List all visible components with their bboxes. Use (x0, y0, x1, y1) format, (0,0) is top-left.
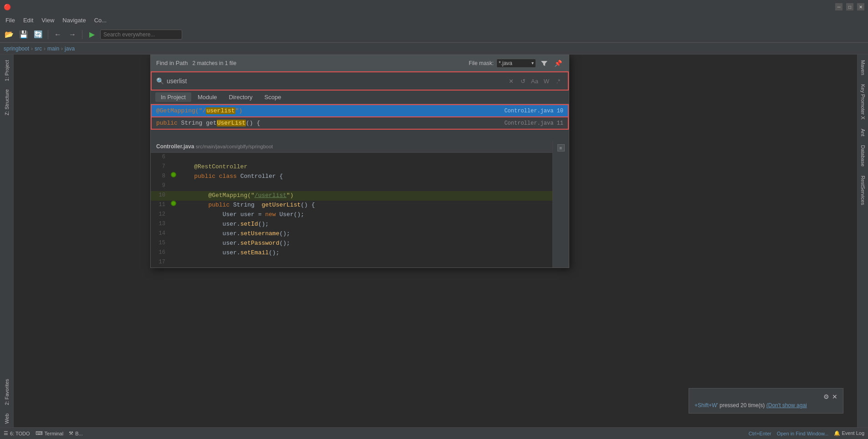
file-mask-input[interactable] (499, 60, 531, 66)
sidebar-right-rest[interactable]: RestServices (859, 172, 867, 209)
preview-pane: Controller.java src/main/java/com/gblfy/… (151, 141, 552, 267)
code-line-10: 10 @GetMapping("/userlist") (151, 191, 552, 201)
menu-edit[interactable]: Edit (20, 15, 37, 25)
breakpoint-indicator-8 (171, 172, 176, 177)
code-line-17: 17 (151, 258, 552, 267)
sidebar-right-maven[interactable]: Maven (859, 56, 867, 79)
search-everywhere-input[interactable] (100, 30, 182, 40)
sidebar-tab-web[interactable]: Web (2, 410, 11, 427)
code-line-9: 9 (151, 182, 552, 191)
find-match-info: 2 matches in 1 file (192, 60, 236, 66)
search-icon: 🔍 (156, 77, 164, 85)
menu-more[interactable]: Co... (91, 15, 110, 25)
event-log-label[interactable]: 🔔 Event Log (834, 430, 864, 436)
minimize-button[interactable]: ─ (835, 3, 842, 10)
close-button[interactable]: ✕ (857, 3, 864, 10)
result-row-2[interactable]: public String getUserList() { Controller… (151, 117, 569, 130)
sidebar-left: 1: Project Z: Structure 2: Favorites Web (0, 55, 14, 427)
fold-toggle-button[interactable]: ≡ (557, 144, 565, 151)
bottom-bar: ☰ 6: TODO ⌨ Terminal ⚒ B... Ctrl+Enter O… (0, 427, 868, 439)
notif-shortcut: +Shift+W' (694, 402, 718, 409)
preview-container: Controller.java src/main/java/com/gblfy/… (151, 141, 569, 267)
results-area: @GetMapping("/userlist") Controller.java… (151, 104, 569, 141)
bottom-build[interactable]: ⚒ B... (69, 430, 83, 436)
preview-filename: Controller.java (156, 143, 194, 150)
sidebar-tab-structure[interactable]: Z: Structure (2, 86, 11, 119)
code-line-7: 7 @RestController (151, 162, 552, 172)
tab-in-project[interactable]: In Project (155, 92, 191, 102)
filter-icon-button[interactable] (539, 58, 550, 69)
refresh-button[interactable]: ↺ (518, 76, 528, 86)
sidebar-right: Maven Key Promoter X Ant Database RestSe… (857, 55, 868, 427)
tab-directory[interactable]: Directory (224, 92, 258, 102)
code-line-14: 14 user.setUsername(); (151, 229, 552, 239)
search-input[interactable] (167, 77, 503, 85)
menu-navigate[interactable]: Navigate (59, 15, 89, 25)
window-controls: ─ □ ✕ (835, 3, 864, 10)
breadcrumb-item-java[interactable]: java (65, 45, 75, 52)
sync-button[interactable]: 🔄 (32, 28, 45, 41)
forward-button[interactable]: → (66, 28, 79, 41)
back-button[interactable]: ← (51, 28, 64, 41)
main-layout: 1: Project Z: Structure 2: Favorites Web… (0, 55, 868, 427)
sidebar-right-database[interactable]: Database (859, 141, 867, 170)
code-line-13: 13 user.setId(); (151, 220, 552, 229)
breadcrumb: springboot › src › main › java (0, 43, 868, 55)
code-line-12: 12 User user = new User(); (151, 210, 552, 220)
file-mask-label: File mask: (469, 60, 494, 66)
breadcrumb-item-src[interactable]: src (35, 45, 42, 52)
breadcrumb-item-springboot[interactable]: springboot (4, 45, 29, 52)
sidebar-tab-favorites[interactable]: 2: Favorites (2, 375, 11, 409)
file-mask-dropdown[interactable]: ▾ (531, 61, 534, 66)
pin-icon-button[interactable]: 📌 (552, 58, 563, 69)
tabs-row: In Project Module Directory Scope (151, 91, 569, 104)
find-dialog-title: Find in Path (156, 60, 188, 66)
open-folder-button[interactable]: 📂 (3, 28, 15, 41)
code-line-6: 6 (151, 153, 552, 162)
notif-pressed-text: pressed 20 time(s) (720, 402, 765, 409)
bottom-right-actions: Ctrl+Enter Open in Find Window... 🔔 Even… (749, 430, 864, 436)
sidebar-right-ant[interactable]: Ant (859, 125, 867, 140)
menu-view[interactable]: View (38, 15, 58, 25)
clear-search-button[interactable]: ✕ (506, 76, 516, 86)
notif-dont-show-link[interactable]: (Don't show agai (766, 402, 807, 409)
search-actions: ✕ ↺ Aa W .* (506, 76, 563, 86)
menu-bar: File Edit View Navigate Co... (0, 14, 868, 26)
preview-right-controls: ≡ (552, 141, 569, 267)
notif-close-button[interactable]: ✕ (832, 393, 837, 400)
title-bar: 🔴 ─ □ ✕ (0, 0, 868, 14)
toolbar-separator-2 (82, 30, 82, 39)
case-sensitive-button[interactable]: Aa (530, 76, 540, 86)
sidebar-right-key-promoter[interactable]: Key Promoter X (859, 81, 867, 123)
menu-file[interactable]: File (2, 15, 19, 25)
breakpoint-indicator-11 (171, 201, 176, 206)
sidebar-tab-project[interactable]: 1: Project (2, 56, 11, 85)
terminal-label: Terminal (45, 431, 64, 436)
notif-gear-button[interactable]: ⚙ (823, 393, 829, 400)
build-icon: ⚒ (69, 430, 73, 436)
run-button[interactable]: ▶ (86, 28, 98, 41)
tab-module[interactable]: Module (192, 92, 223, 102)
code-viewer: 6 7 @RestController 8 (151, 153, 552, 267)
maximize-button[interactable]: □ (846, 3, 853, 10)
notif-header: ⚙ ✕ (694, 393, 837, 400)
code-line-16: 16 user.setEmail(); (151, 248, 552, 258)
regex-button[interactable]: .* (553, 76, 563, 86)
find-mask-area: File mask: ▾ 📌 (469, 58, 563, 69)
open-find-window-link[interactable]: Open in Find Window... (777, 431, 829, 436)
code-line-11: 11 public String getUserList() { (151, 201, 552, 210)
find-dialog-header: Find in Path 2 matches in 1 file File ma… (151, 55, 569, 71)
bottom-todo[interactable]: ☰ 6: TODO (4, 430, 30, 436)
whole-word-button[interactable]: W (541, 76, 551, 86)
notification-popup: ⚙ ✕ +Shift+W' pressed 20 time(s) (Don't … (689, 388, 843, 414)
search-area: 🔍 ✕ ↺ Aa W .* (151, 71, 569, 91)
code-line-15: 15 user.setPassword(); (151, 239, 552, 248)
tab-scope[interactable]: Scope (259, 92, 287, 102)
result-row-1[interactable]: @GetMapping("/userlist") Controller.java… (151, 104, 569, 117)
preview-path: src/main/java/com/gblfy/springboot (196, 144, 273, 149)
ctrl-enter-shortcut[interactable]: Ctrl+Enter (749, 431, 771, 436)
save-button[interactable]: 💾 (17, 28, 30, 41)
result-file-2: Controller.java 11 (504, 120, 563, 126)
breadcrumb-item-main[interactable]: main (47, 45, 59, 52)
bottom-terminal[interactable]: ⌨ Terminal (36, 430, 64, 436)
